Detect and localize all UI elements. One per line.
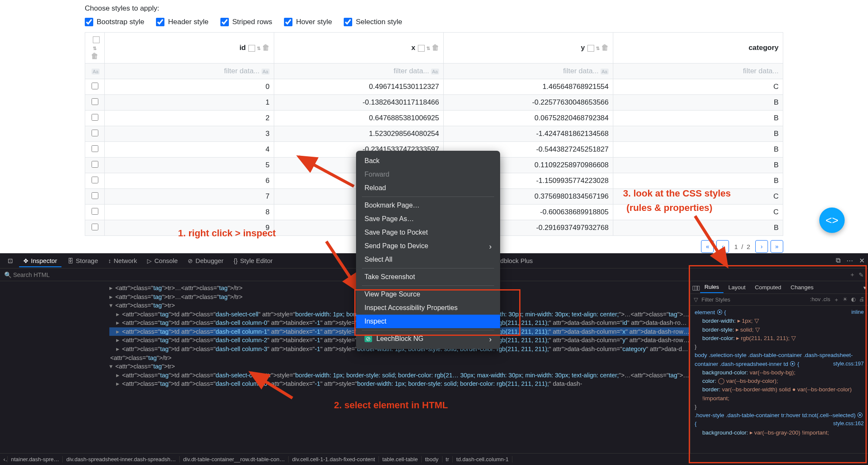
trash-icon[interactable]: 🗑 bbox=[262, 44, 270, 52]
row-checkbox[interactable] bbox=[92, 83, 98, 89]
cell-category[interactable]: B bbox=[613, 142, 783, 158]
cell-category[interactable]: B bbox=[613, 173, 783, 189]
cell-id[interactable]: 0 bbox=[105, 79, 274, 95]
breadcrumb-item[interactable]: div.dt-table-container__row.dt-table-con… bbox=[180, 456, 289, 462]
cell-id[interactable]: 4 bbox=[105, 142, 274, 158]
html-tree-line[interactable]: <attr">class="tag">/tr> bbox=[109, 354, 690, 363]
cell-id[interactable]: 5 bbox=[105, 158, 274, 173]
cell-y[interactable]: 1.465648768921554 bbox=[444, 79, 613, 95]
row-checkbox[interactable] bbox=[92, 161, 98, 168]
cell-category[interactable]: C bbox=[613, 79, 783, 95]
cell-y[interactable]: -1.4247481862134568 bbox=[444, 126, 613, 142]
check-striped[interactable]: Striped rows bbox=[220, 18, 272, 26]
cell-y[interactable]: 0.06752820468792384 bbox=[444, 111, 613, 126]
table-row[interactable]: 31.5230298564080254-1.4247481862134568B bbox=[85, 126, 783, 142]
case-icon[interactable]: Aa bbox=[262, 69, 270, 75]
col-y[interactable]: y⇅🗑 bbox=[444, 33, 613, 64]
cell-category[interactable]: B bbox=[613, 126, 783, 142]
context-item[interactable]: Select All bbox=[356, 253, 500, 266]
breadcrumb-item[interactable]: td.dash-cell.column-1 bbox=[453, 456, 512, 462]
breadcrumb-item[interactable]: tbody bbox=[422, 456, 442, 462]
context-item[interactable]: Save Page As… bbox=[356, 212, 500, 226]
tab-network[interactable]: ↕Network bbox=[104, 255, 141, 267]
case-icon[interactable]: Aa bbox=[431, 69, 439, 75]
select-all-header[interactable]: ⇅🗑 bbox=[85, 33, 105, 64]
trash-icon[interactable]: 🗑 bbox=[432, 44, 439, 52]
trash-icon[interactable]: 🗑 bbox=[91, 52, 98, 60]
cell-category[interactable]: B bbox=[613, 95, 783, 111]
dock-icon[interactable]: ⊡ bbox=[3, 255, 17, 267]
trash-icon[interactable]: 🗑 bbox=[601, 44, 609, 52]
cell-id[interactable]: 8 bbox=[105, 205, 274, 220]
cell-x[interactable]: 0.4967141530112327 bbox=[274, 79, 444, 95]
check-header[interactable]: Header style bbox=[156, 18, 208, 26]
checkbox-icon[interactable] bbox=[93, 36, 100, 43]
col-id[interactable]: id⇅🗑 bbox=[105, 33, 274, 64]
case-icon[interactable]: Aa bbox=[601, 69, 609, 75]
cell-id[interactable]: 6 bbox=[105, 173, 274, 189]
close-icon[interactable]: ✕ bbox=[859, 257, 865, 265]
cell-category[interactable]: B bbox=[613, 111, 783, 126]
breadcrumb-item[interactable]: div.dash-spreadsheet-inner.dash-spreadsh… bbox=[63, 456, 179, 462]
checkbox-icon[interactable] bbox=[344, 18, 352, 26]
cell-id[interactable]: 3 bbox=[105, 126, 274, 142]
table-row[interactable]: 1-0.13826430117118466-0.2257763004865356… bbox=[85, 95, 783, 111]
breadcrumb-item[interactable]: table.cell-table bbox=[379, 456, 422, 462]
sort-icon[interactable]: ⇅ bbox=[93, 46, 97, 51]
checkbox-icon[interactable] bbox=[418, 45, 425, 52]
tab-storage[interactable]: 🗄Storage bbox=[63, 255, 103, 267]
cell-id[interactable]: 2 bbox=[105, 111, 274, 126]
col-category[interactable]: category bbox=[613, 33, 783, 64]
responsive-icon[interactable]: ⧉ bbox=[836, 257, 840, 265]
row-checkbox[interactable] bbox=[92, 192, 98, 199]
floating-code-button[interactable]: <> bbox=[819, 208, 845, 233]
table-row[interactable]: 00.49671415301123271.465648768921554C bbox=[85, 79, 783, 95]
check-bootstrap[interactable]: Bootstrap style bbox=[85, 18, 144, 26]
cell-x[interactable]: -0.13826430117118466 bbox=[274, 95, 444, 111]
context-item[interactable]: Send Page to Device bbox=[356, 239, 500, 253]
breadcrumb-item[interactable]: ntainer.dash-spre… bbox=[8, 456, 63, 462]
sort-icon[interactable]: ⇅ bbox=[596, 46, 600, 51]
cell-y[interactable]: -0.22577630048653566 bbox=[444, 95, 613, 111]
filter-category[interactable]: filter data... bbox=[613, 64, 783, 79]
html-tree-line[interactable]: ▸ <attr">class="tag">td attr">class="das… bbox=[109, 371, 690, 380]
checkbox-icon[interactable] bbox=[587, 45, 594, 52]
sort-icon[interactable]: ⇅ bbox=[257, 46, 261, 51]
html-tree-line[interactable]: ▸ <attr">class="tag">td attr">class="das… bbox=[109, 379, 690, 388]
row-checkbox[interactable] bbox=[92, 98, 98, 105]
filter-x[interactable]: filter data...Aa bbox=[274, 64, 444, 79]
checkbox-icon[interactable] bbox=[284, 18, 292, 26]
page-last-button[interactable]: » bbox=[771, 240, 783, 253]
cell-category[interactable]: B bbox=[613, 158, 783, 173]
tab-console[interactable]: ▷Console bbox=[143, 255, 182, 267]
context-item[interactable]: Take Screenshot bbox=[356, 270, 500, 284]
context-item[interactable]: Reload bbox=[356, 181, 500, 195]
tab-debugger[interactable]: ⊘Debugger bbox=[184, 255, 228, 267]
cell-id[interactable]: 1 bbox=[105, 95, 274, 111]
breadcrumb-item[interactable]: tr bbox=[442, 456, 453, 462]
context-item[interactable]: Save Page to Pocket bbox=[356, 226, 500, 239]
checkbox-icon[interactable] bbox=[85, 18, 93, 26]
filter-id[interactable]: filter data...Aa bbox=[105, 64, 274, 79]
case-icon[interactable]: Aa bbox=[92, 69, 100, 75]
row-checkbox[interactable] bbox=[92, 208, 98, 215]
context-item[interactable]: Forward bbox=[356, 168, 500, 181]
row-checkbox[interactable] bbox=[92, 114, 98, 121]
row-checkbox[interactable] bbox=[92, 224, 98, 230]
cell-x[interactable]: 1.5230298564080254 bbox=[274, 126, 444, 142]
checkbox-icon[interactable] bbox=[220, 18, 229, 26]
filter-y[interactable]: filter data...Aa bbox=[444, 64, 613, 79]
devtools-html-tree[interactable]: ▸ <attr">class="tag">tr>…<attr">class="t… bbox=[0, 281, 690, 453]
row-checkbox[interactable] bbox=[92, 130, 98, 136]
checkbox-icon[interactable] bbox=[248, 45, 255, 52]
checkbox-icon[interactable] bbox=[156, 18, 164, 26]
tab-style-editor[interactable]: {}Style Editor bbox=[229, 255, 277, 267]
more-icon[interactable]: ⋯ bbox=[846, 257, 853, 265]
breadcrumb-item[interactable]: div.cell.cell-1-1.dash-fixed-content bbox=[289, 456, 379, 462]
check-selection[interactable]: Selection style bbox=[344, 18, 402, 26]
cell-id[interactable]: 7 bbox=[105, 189, 274, 205]
tab-inspector[interactable]: ✥Inspector bbox=[19, 255, 61, 267]
col-x[interactable]: x⇅🗑 bbox=[274, 33, 444, 64]
page-next-button[interactable]: › bbox=[755, 240, 768, 253]
row-checkbox[interactable] bbox=[92, 177, 98, 183]
